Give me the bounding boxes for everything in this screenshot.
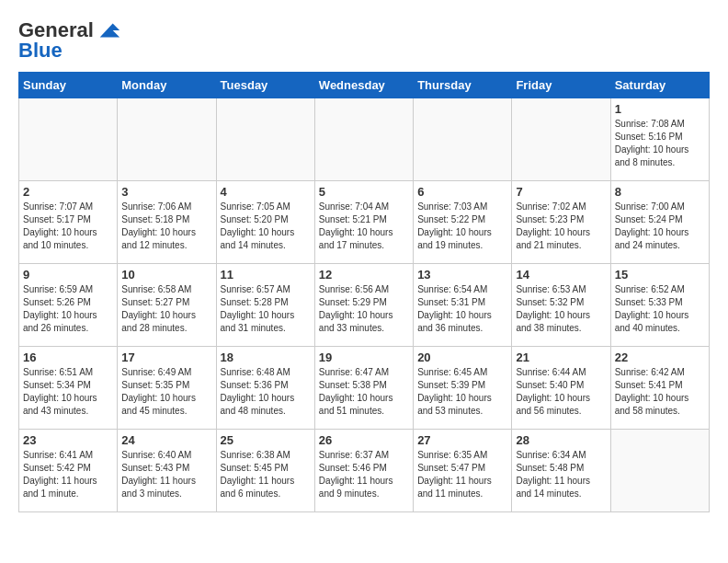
weekday-header: Thursday bbox=[414, 73, 512, 98]
day-info: Sunrise: 7:07 AMSunset: 5:17 PMDaylight:… bbox=[23, 201, 113, 252]
calendar-cell: 26Sunrise: 6:37 AMSunset: 5:46 PMDayligh… bbox=[314, 430, 413, 512]
day-number: 9 bbox=[23, 268, 113, 282]
day-number: 12 bbox=[319, 268, 409, 282]
day-number: 13 bbox=[417, 268, 507, 282]
calendar-week-row: 16Sunrise: 6:51 AMSunset: 5:34 PMDayligh… bbox=[19, 347, 710, 430]
day-number: 7 bbox=[516, 185, 606, 199]
day-number: 25 bbox=[221, 433, 311, 447]
day-number: 28 bbox=[516, 433, 606, 447]
day-info: Sunrise: 7:08 AMSunset: 5:16 PMDaylight:… bbox=[615, 118, 705, 169]
calendar-cell: 13Sunrise: 6:54 AMSunset: 5:31 PMDayligh… bbox=[414, 264, 512, 347]
calendar-cell: 12Sunrise: 6:56 AMSunset: 5:29 PMDayligh… bbox=[314, 264, 413, 347]
calendar-cell: 17Sunrise: 6:49 AMSunset: 5:35 PMDayligh… bbox=[118, 347, 216, 430]
page-header: General Blue bbox=[18, 18, 710, 63]
calendar-week-row: 9Sunrise: 6:59 AMSunset: 5:26 PMDaylight… bbox=[19, 264, 710, 347]
calendar-cell bbox=[414, 98, 512, 181]
calendar-cell bbox=[19, 98, 118, 181]
day-info: Sunrise: 6:41 AMSunset: 5:42 PMDaylight:… bbox=[23, 449, 113, 500]
day-info: Sunrise: 7:02 AMSunset: 5:23 PMDaylight:… bbox=[516, 201, 606, 252]
calendar-table: SundayMondayTuesdayWednesdayThursdayFrid… bbox=[18, 72, 710, 512]
weekday-header: Wednesday bbox=[314, 73, 413, 98]
calendar-cell: 3Sunrise: 7:06 AMSunset: 5:18 PMDaylight… bbox=[118, 181, 216, 264]
day-info: Sunrise: 6:48 AMSunset: 5:36 PMDaylight:… bbox=[221, 366, 311, 418]
weekday-header: Saturday bbox=[610, 73, 709, 98]
day-info: Sunrise: 6:59 AMSunset: 5:26 PMDaylight:… bbox=[23, 283, 113, 335]
calendar-cell: 28Sunrise: 6:34 AMSunset: 5:48 PMDayligh… bbox=[512, 430, 610, 512]
day-number: 20 bbox=[417, 350, 507, 364]
day-number: 27 bbox=[417, 433, 507, 447]
calendar-cell: 25Sunrise: 6:38 AMSunset: 5:45 PMDayligh… bbox=[216, 430, 314, 512]
calendar-cell: 11Sunrise: 6:57 AMSunset: 5:28 PMDayligh… bbox=[216, 264, 314, 347]
day-number: 15 bbox=[615, 268, 705, 282]
calendar-cell bbox=[314, 98, 413, 181]
day-number: 2 bbox=[23, 185, 113, 199]
calendar-cell: 2Sunrise: 7:07 AMSunset: 5:17 PMDaylight… bbox=[19, 181, 118, 264]
day-number: 14 bbox=[516, 268, 606, 282]
day-number: 21 bbox=[516, 350, 606, 364]
calendar-week-row: 1Sunrise: 7:08 AMSunset: 5:16 PMDaylight… bbox=[19, 98, 710, 181]
calendar-cell: 20Sunrise: 6:45 AMSunset: 5:39 PMDayligh… bbox=[414, 347, 512, 430]
calendar-cell bbox=[512, 98, 610, 181]
weekday-header-row: SundayMondayTuesdayWednesdayThursdayFrid… bbox=[19, 73, 710, 98]
day-info: Sunrise: 6:53 AMSunset: 5:32 PMDaylight:… bbox=[516, 283, 606, 335]
calendar-cell: 10Sunrise: 6:58 AMSunset: 5:27 PMDayligh… bbox=[118, 264, 216, 347]
weekday-header: Tuesday bbox=[216, 73, 314, 98]
weekday-header: Monday bbox=[118, 73, 216, 98]
day-info: Sunrise: 6:49 AMSunset: 5:35 PMDaylight:… bbox=[121, 366, 211, 418]
day-number: 18 bbox=[221, 350, 311, 364]
day-number: 8 bbox=[615, 185, 705, 199]
day-info: Sunrise: 6:38 AMSunset: 5:45 PMDaylight:… bbox=[221, 449, 311, 500]
day-number: 5 bbox=[319, 185, 409, 199]
calendar-cell: 4Sunrise: 7:05 AMSunset: 5:20 PMDaylight… bbox=[216, 181, 314, 264]
day-info: Sunrise: 6:47 AMSunset: 5:38 PMDaylight:… bbox=[319, 366, 409, 418]
day-info: Sunrise: 6:56 AMSunset: 5:29 PMDaylight:… bbox=[319, 283, 409, 335]
day-info: Sunrise: 6:51 AMSunset: 5:34 PMDaylight:… bbox=[23, 366, 113, 418]
day-number: 10 bbox=[121, 268, 211, 282]
day-number: 11 bbox=[221, 268, 311, 282]
day-info: Sunrise: 7:06 AMSunset: 5:18 PMDaylight:… bbox=[121, 201, 211, 252]
day-number: 16 bbox=[23, 350, 113, 364]
calendar-cell: 19Sunrise: 6:47 AMSunset: 5:38 PMDayligh… bbox=[314, 347, 413, 430]
calendar-cell bbox=[610, 430, 709, 512]
calendar-week-row: 2Sunrise: 7:07 AMSunset: 5:17 PMDaylight… bbox=[19, 181, 710, 264]
logo: General Blue bbox=[18, 18, 121, 63]
day-info: Sunrise: 7:03 AMSunset: 5:22 PMDaylight:… bbox=[417, 201, 507, 252]
calendar-cell: 14Sunrise: 6:53 AMSunset: 5:32 PMDayligh… bbox=[512, 264, 610, 347]
day-info: Sunrise: 6:42 AMSunset: 5:41 PMDaylight:… bbox=[615, 366, 705, 418]
day-info: Sunrise: 6:54 AMSunset: 5:31 PMDaylight:… bbox=[417, 283, 507, 335]
day-number: 22 bbox=[615, 350, 705, 364]
logo-icon bbox=[96, 21, 121, 40]
day-number: 4 bbox=[221, 185, 311, 199]
day-info: Sunrise: 6:40 AMSunset: 5:43 PMDaylight:… bbox=[121, 449, 211, 500]
calendar-cell: 23Sunrise: 6:41 AMSunset: 5:42 PMDayligh… bbox=[19, 430, 118, 512]
day-info: Sunrise: 6:58 AMSunset: 5:27 PMDaylight:… bbox=[121, 283, 211, 335]
calendar-cell bbox=[118, 98, 216, 181]
day-info: Sunrise: 6:44 AMSunset: 5:40 PMDaylight:… bbox=[516, 366, 606, 418]
day-number: 17 bbox=[121, 350, 211, 364]
calendar-cell: 15Sunrise: 6:52 AMSunset: 5:33 PMDayligh… bbox=[610, 264, 709, 347]
day-number: 19 bbox=[319, 350, 409, 364]
calendar-cell: 16Sunrise: 6:51 AMSunset: 5:34 PMDayligh… bbox=[19, 347, 118, 430]
day-number: 24 bbox=[121, 433, 211, 447]
day-info: Sunrise: 6:34 AMSunset: 5:48 PMDaylight:… bbox=[516, 449, 606, 500]
calendar-cell bbox=[216, 98, 314, 181]
day-number: 6 bbox=[417, 185, 507, 199]
calendar-cell: 8Sunrise: 7:00 AMSunset: 5:24 PMDaylight… bbox=[610, 181, 709, 264]
calendar-cell: 5Sunrise: 7:04 AMSunset: 5:21 PMDaylight… bbox=[314, 181, 413, 264]
calendar-cell: 7Sunrise: 7:02 AMSunset: 5:23 PMDaylight… bbox=[512, 181, 610, 264]
calendar-cell: 9Sunrise: 6:59 AMSunset: 5:26 PMDaylight… bbox=[19, 264, 118, 347]
weekday-header: Sunday bbox=[19, 73, 118, 98]
day-info: Sunrise: 6:37 AMSunset: 5:46 PMDaylight:… bbox=[319, 449, 409, 500]
calendar-cell: 18Sunrise: 6:48 AMSunset: 5:36 PMDayligh… bbox=[216, 347, 314, 430]
calendar-cell: 27Sunrise: 6:35 AMSunset: 5:47 PMDayligh… bbox=[414, 430, 512, 512]
calendar-cell: 21Sunrise: 6:44 AMSunset: 5:40 PMDayligh… bbox=[512, 347, 610, 430]
day-info: Sunrise: 7:04 AMSunset: 5:21 PMDaylight:… bbox=[319, 201, 409, 252]
day-number: 3 bbox=[121, 185, 211, 199]
svg-marker-0 bbox=[100, 24, 119, 38]
day-info: Sunrise: 7:05 AMSunset: 5:20 PMDaylight:… bbox=[221, 201, 311, 252]
calendar-cell: 1Sunrise: 7:08 AMSunset: 5:16 PMDaylight… bbox=[610, 98, 709, 181]
day-info: Sunrise: 6:57 AMSunset: 5:28 PMDaylight:… bbox=[221, 283, 311, 335]
calendar-cell: 22Sunrise: 6:42 AMSunset: 5:41 PMDayligh… bbox=[610, 347, 709, 430]
day-info: Sunrise: 6:52 AMSunset: 5:33 PMDaylight:… bbox=[615, 283, 705, 335]
calendar-cell: 6Sunrise: 7:03 AMSunset: 5:22 PMDaylight… bbox=[414, 181, 512, 264]
